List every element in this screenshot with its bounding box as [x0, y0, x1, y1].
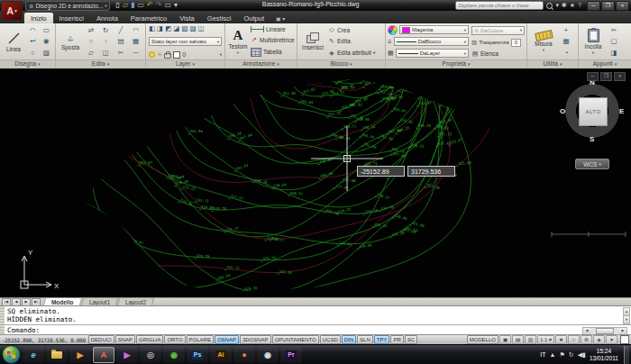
dimension-linear-button[interactable]: Lineare: [251, 26, 295, 32]
ellipse-tool-icon[interactable]: ◉: [41, 37, 52, 45]
toggle-orto[interactable]: ORTO: [164, 335, 185, 344]
drawing-restore-button[interactable]: ❐: [600, 72, 612, 81]
create-block-button[interactable]: ◇ Crea: [328, 26, 375, 33]
edit-block-button[interactable]: ✎ Edita: [328, 38, 375, 45]
scroll-up-icon[interactable]: ▲: [624, 308, 629, 316]
minimize-button[interactable]: ─: [587, 1, 600, 11]
taskbar-nero[interactable]: ◉: [257, 347, 279, 363]
layer-lock-icon[interactable]: ▧: [181, 24, 187, 32]
fillet-tool-icon[interactable]: ◠: [129, 26, 142, 34]
layer-walk-icon[interactable]: ◫: [198, 24, 205, 32]
rectangle-tool-icon[interactable]: ▭: [41, 26, 52, 34]
tab-gestisci[interactable]: Gestisci: [201, 13, 238, 23]
undo-icon[interactable]: ↶: [147, 2, 153, 9]
tray-expand-icon[interactable]: ▲: [550, 351, 556, 359]
toggle-deduci[interactable]: DEDUCI: [88, 335, 114, 344]
toggle-polare[interactable]: POLARE: [187, 335, 214, 344]
application-menu-button[interactable]: A▾: [1, 1, 23, 21]
erase-tool-icon[interactable]: ✂: [114, 49, 128, 57]
search-dropdown-icon[interactable]: ▾: [555, 2, 559, 9]
quick-select-icon[interactable]: +: [564, 26, 568, 34]
viewport-maximize-icon[interactable]: ▣: [499, 335, 511, 344]
scrollbar-thumb[interactable]: [596, 328, 614, 334]
help-icon[interactable]: ?: [578, 2, 581, 9]
line-button[interactable]: Linea: [2, 24, 25, 59]
explode-tool-icon[interactable]: ▦: [129, 37, 142, 45]
toggle-snap[interactable]: SNAP: [115, 335, 135, 344]
toggle-osnap[interactable]: OSNAP: [215, 335, 239, 344]
annotation-autoscale-icon[interactable]: ☆: [568, 335, 580, 344]
annotation-scale-button[interactable]: 1:1 ▾: [537, 335, 554, 344]
action-center-flag-icon[interactable]: ⚑: [560, 351, 565, 359]
scroll-down-icon[interactable]: ▼: [624, 316, 629, 324]
plot-style-dropdown[interactable]: ⊜ DaColore ▾: [471, 26, 525, 35]
sync-icon[interactable]: ↻: [569, 351, 574, 359]
tab-vista[interactable]: Vista: [173, 13, 201, 23]
drawing-minimize-button[interactable]: ─: [587, 72, 599, 81]
taskbar-firefox[interactable]: ●: [233, 347, 255, 363]
layer-off-icon[interactable]: ◨: [157, 24, 163, 32]
qat-menu-icon[interactable]: ▾: [174, 2, 178, 9]
command-line-window[interactable]: SQ eliminato. HIDDEN eliminato. Comando:…: [0, 305, 631, 334]
command-vertical-scrollbar[interactable]: ▲ ▼: [623, 307, 630, 324]
paste-special-icon[interactable]: ◨: [610, 49, 617, 57]
tab-output[interactable]: Output: [237, 13, 270, 23]
measure-button[interactable]: Misura ▾: [529, 24, 558, 59]
workspace-switcher[interactable]: ⚙ Disegno 2D e annotazio... ▾: [25, 1, 110, 11]
search-input[interactable]: [455, 1, 544, 10]
quick-calc-icon[interactable]: ▦: [562, 37, 569, 45]
layer-match-icon[interactable]: ▨: [189, 24, 196, 32]
drawing-close-button[interactable]: ×: [614, 72, 626, 81]
taskbar-media-app[interactable]: ▶: [116, 347, 138, 363]
command-prompt[interactable]: Comando:: [7, 326, 40, 334]
quick-view-drawings-icon[interactable]: ▥: [525, 335, 536, 344]
tab-inizio[interactable]: Inizio: [24, 13, 53, 23]
layer-control[interactable]: ☀ 0 ▾: [149, 50, 222, 59]
panel-label[interactable]: Layer: [146, 59, 224, 68]
join-tool-icon[interactable]: ─: [129, 49, 142, 57]
communication-center-icon[interactable]: ✱: [562, 2, 567, 9]
taskbar-internet-explorer[interactable]: e: [23, 347, 44, 363]
lineweight-dropdown[interactable]: DaBlocco ▾: [394, 37, 469, 46]
object-color-dropdown[interactable]: Magenta ▾: [399, 25, 469, 34]
taskbar-app-green[interactable]: ◉: [163, 347, 185, 363]
layer-freeze-icon[interactable]: ◪: [173, 24, 179, 32]
toggle-din[interactable]: DIN: [342, 335, 356, 344]
mirror-tool-icon[interactable]: ▱: [85, 49, 97, 57]
compass-east[interactable]: E: [619, 107, 624, 115]
multileader-button[interactable]: ↗ Multidirettrice: [251, 36, 295, 43]
offset-tool-icon[interactable]: ○: [85, 37, 97, 45]
paste-button[interactable]: Incolla ▾: [581, 24, 606, 59]
status-menu-icon[interactable]: ▾: [606, 335, 617, 344]
search-icon[interactable]: [546, 3, 553, 9]
clean-screen-button[interactable]: [620, 335, 629, 344]
model-space-button[interactable]: MODELLO: [467, 335, 498, 344]
start-button[interactable]: [2, 345, 21, 364]
quick-view-layouts-icon[interactable]: ▤: [512, 335, 524, 344]
new-file-icon[interactable]: ▯: [115, 2, 119, 9]
toggle-pr[interactable]: PR: [390, 335, 403, 344]
scale-tool-icon[interactable]: ◫: [99, 49, 113, 57]
panel-label[interactable]: Disegna: [0, 59, 55, 68]
tab-inserisci[interactable]: Inserisci: [53, 13, 91, 23]
annotation-visibility-icon[interactable]: ★: [555, 335, 567, 344]
language-indicator[interactable]: IT: [540, 351, 545, 358]
taskbar-windows-explorer[interactable]: [46, 347, 68, 363]
workspace-switching-icon[interactable]: ⚙: [581, 335, 592, 344]
tab-annota[interactable]: Annota: [90, 13, 124, 23]
taskbar-photoshop[interactable]: Ps: [187, 347, 208, 363]
arc-tool-icon[interactable]: ◠: [27, 26, 39, 34]
panel-label[interactable]: Blocco: [297, 59, 385, 68]
tray-clock[interactable]: 15:24 13/01/2011: [590, 348, 618, 361]
stretch-tool-icon[interactable]: ▫: [99, 37, 113, 45]
point-id-icon[interactable]: ◔: [564, 49, 569, 57]
move-button[interactable]: ↔↕ Sposta: [58, 24, 83, 59]
toggle-sln[interactable]: SLN: [357, 335, 373, 344]
circle-tool-icon[interactable]: ○: [27, 49, 39, 57]
scroll-right-icon[interactable]: ▶: [619, 328, 626, 334]
mtext-button[interactable]: A Testom ▾: [227, 24, 249, 59]
toggle-3dosnap[interactable]: 3DOSNAP: [240, 335, 271, 344]
table-button[interactable]: Tabella: [251, 48, 295, 57]
polyline-tool-icon[interactable]: ↩: [27, 37, 39, 45]
compass-south[interactable]: S: [590, 135, 594, 143]
